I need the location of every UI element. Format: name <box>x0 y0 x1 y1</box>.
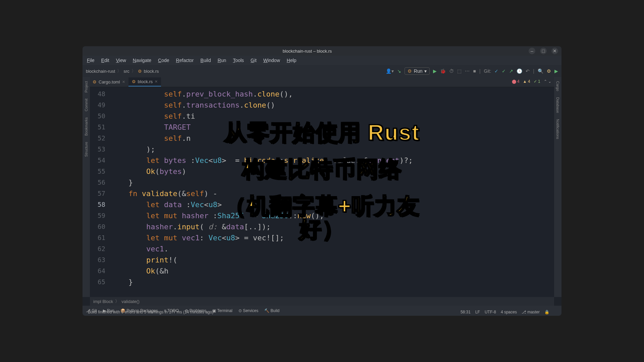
more-run-icon[interactable]: ⋯ <box>465 68 470 74</box>
code-line[interactable]: } <box>111 277 554 288</box>
user-icon[interactable]: 👤▾ <box>386 68 394 74</box>
minimize-button[interactable]: – <box>529 48 535 54</box>
menu-build[interactable]: Build <box>198 57 214 64</box>
build-icon[interactable]: ↘ <box>397 68 401 74</box>
menu-refactor[interactable]: Refactor <box>173 57 197 64</box>
line-number[interactable]: 62 <box>90 243 105 254</box>
breadcrumb-dir[interactable]: src <box>123 69 129 74</box>
line-number[interactable]: 63 <box>90 254 105 265</box>
line-number[interactable]: 54 <box>90 155 105 166</box>
menu-tools[interactable]: Tools <box>230 57 247 64</box>
profile-icon[interactable]: ⏱ <box>449 68 454 74</box>
code-line[interactable]: self.n <box>111 133 554 144</box>
line-number[interactable]: 55 <box>90 166 105 177</box>
line-number[interactable]: 60 <box>90 221 105 232</box>
menu-code[interactable]: Code <box>155 57 172 64</box>
breadcrumb-impl[interactable]: impl Block <box>93 299 113 304</box>
git-push-icon[interactable]: ↗ <box>509 68 513 74</box>
menu-help[interactable]: Help <box>284 57 300 64</box>
inspection-widget[interactable]: ⬤ 4 ▲ 4 ✓ 1 ⌃ ⌄ <box>512 79 551 84</box>
vcs-branch[interactable]: ⎇ master <box>522 310 540 314</box>
run-icon[interactable]: ▶ <box>433 68 437 74</box>
panel-commit[interactable]: Commit <box>84 97 88 113</box>
code-line[interactable]: ); <box>111 144 554 155</box>
line-number[interactable]: 58 <box>90 199 105 210</box>
line-number[interactable]: 57 <box>90 188 105 199</box>
toolwin-terminal[interactable]: ▣ Terminal <box>212 308 232 313</box>
code-line[interactable]: let bytes :Vec<u8> = bincode::serialize(… <box>111 155 554 166</box>
menu-git[interactable]: Git <box>248 57 260 64</box>
search-icon[interactable]: 🔍 <box>538 68 543 74</box>
line-number[interactable]: 49 <box>90 100 105 111</box>
warning-count-icon: ▲ 4 <box>523 79 530 84</box>
breadcrumb-project[interactable]: blockchain-rust <box>86 69 115 74</box>
code-line[interactable]: Ok(bytes) <box>111 166 554 177</box>
toolbar-actions: 👤▾ ↘ ⚙ Run ▾ ▶ 🐞 ⏱ ⬚ ⋯ ■ | Git: ✓ ✓ ↗ 🕓 … <box>386 67 558 75</box>
code-line[interactable]: Ok(&h <box>111 265 554 277</box>
code-editor[interactable]: 484950515253545556575859606162636465 sel… <box>90 87 554 297</box>
toolwin-services[interactable]: ⊙ Services <box>238 308 258 313</box>
menu-window[interactable]: Window <box>260 57 283 64</box>
coverage-icon[interactable]: ⬚ <box>457 68 462 74</box>
indent[interactable]: 4 spaces <box>501 310 517 314</box>
code-line[interactable]: } <box>111 177 554 188</box>
maximize-button[interactable]: □ <box>540 48 547 54</box>
panel-database[interactable]: Database <box>556 96 560 114</box>
code-line[interactable]: self.ti <box>111 111 554 122</box>
code-line[interactable]: let data :Vec<u8> <box>111 199 554 210</box>
breadcrumb-fn[interactable]: validate() <box>121 299 139 304</box>
run-config-selector[interactable]: ⚙ Run ▾ <box>405 67 430 75</box>
panel-structure[interactable]: Structure <box>84 140 88 158</box>
git-rollback-icon[interactable]: ↶ <box>526 68 530 74</box>
breadcrumb-file[interactable]: block.rs <box>144 69 159 74</box>
code-line[interactable]: let mut hasher :Sha256 = Sha256::new(); <box>111 210 554 221</box>
line-number[interactable]: 56 <box>90 177 105 188</box>
line-number[interactable]: 59 <box>90 210 105 221</box>
code-line[interactable]: print!( <box>111 254 554 265</box>
panel-bookmarks[interactable]: Bookmarks <box>84 116 88 137</box>
close-tab-icon[interactable]: ✕ <box>122 80 125 84</box>
git-label: Git: <box>484 68 491 74</box>
menu-file[interactable]: File <box>84 57 98 64</box>
line-ending[interactable]: LF <box>475 310 480 314</box>
settings-icon[interactable]: ⚙ <box>547 68 551 74</box>
panel-notifications[interactable]: Notifications <box>556 118 560 140</box>
stop-icon[interactable]: ■ <box>473 68 476 74</box>
code-line[interactable]: self.transactions.clone() <box>111 100 554 111</box>
git-history-icon[interactable]: 🕓 <box>517 68 522 74</box>
close-tab-icon[interactable]: ✕ <box>155 79 158 84</box>
line-number[interactable]: 64 <box>90 265 105 277</box>
menu-run[interactable]: Run <box>215 57 229 64</box>
code-area[interactable]: self.prev_block_hash.clone(), self.trans… <box>111 87 554 288</box>
left-toolwindow-bar: ProjectCommitBookmarksStructure <box>83 77 90 297</box>
line-number[interactable]: 50 <box>90 111 105 122</box>
encoding[interactable]: UTF-8 <box>485 310 496 314</box>
code-line[interactable]: let mut vec1: Vec<u8> = vec![]; <box>111 232 554 243</box>
tab-Cargo-toml[interactable]: ⚙ Cargo.toml ✕ <box>89 78 128 86</box>
close-button[interactable]: ✕ <box>551 48 558 54</box>
git-commit-icon[interactable]: ✓ <box>502 68 506 74</box>
line-number[interactable]: 51 <box>90 122 105 133</box>
code-line[interactable]: hasher.input( d: &data[..]); <box>111 221 554 232</box>
line-number[interactable]: 61 <box>90 232 105 243</box>
panel-cargo[interactable]: Cargo <box>556 80 560 93</box>
tab-block-rs[interactable]: ⚙ block.rs ✕ <box>128 77 161 86</box>
play-icon[interactable]: ▶ <box>554 68 558 74</box>
line-number[interactable]: 65 <box>90 277 105 288</box>
code-line[interactable]: self.prev_block_hash.clone(), <box>111 88 554 100</box>
menu-view[interactable]: View <box>113 57 129 64</box>
debug-icon[interactable]: 🐞 <box>440 68 446 74</box>
panel-project[interactable]: Project <box>84 80 88 94</box>
code-line[interactable]: fn validate(&self) - <box>111 188 554 199</box>
caret-position[interactable]: 58:31 <box>461 310 471 314</box>
line-number[interactable]: 52 <box>90 133 105 144</box>
menu-edit[interactable]: Edit <box>98 57 112 64</box>
code-line[interactable]: vec1. <box>111 243 554 254</box>
toolwin-build[interactable]: 🔨 Build <box>264 308 279 313</box>
line-number[interactable]: 53 <box>90 144 105 155</box>
code-line[interactable]: TARGET <box>111 122 554 133</box>
menu-navigate[interactable]: Navigate <box>130 57 154 64</box>
lock-icon[interactable]: 🔒 <box>544 310 549 314</box>
git-update-icon[interactable]: ✓ <box>494 68 498 74</box>
line-number[interactable]: 48 <box>90 88 105 100</box>
